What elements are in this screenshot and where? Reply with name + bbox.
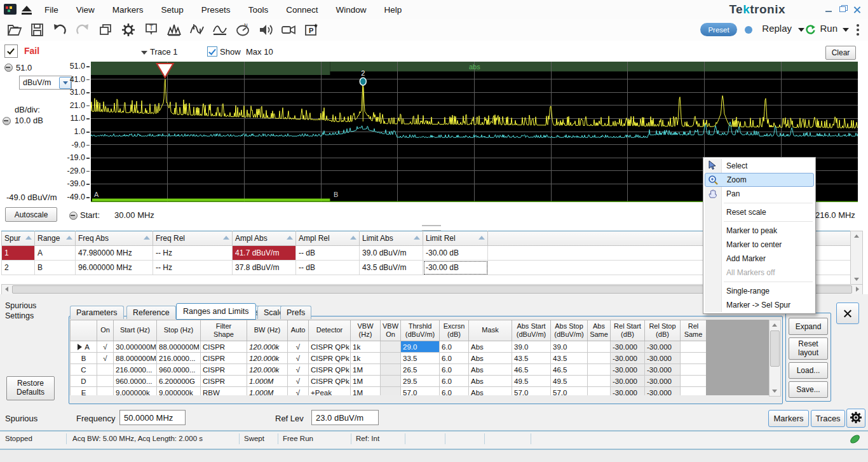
range-cell[interactable]: 1M [351,376,381,387]
reset-layout-button[interactable]: Reset layout [789,337,828,360]
range-cell[interactable]: 30.000000M [114,341,157,353]
selected-range-bar[interactable] [92,199,330,201]
range-cell[interactable]: -30.000 [611,376,645,387]
menu-tools[interactable]: Tools [241,3,276,17]
tab-prefs[interactable]: Prefs [280,306,311,319]
settings-gear-button[interactable] [846,409,865,428]
range-cell[interactable]: CISPR [201,353,247,364]
save-icon[interactable] [28,21,46,39]
range-cell[interactable]: 960.0000... [114,376,157,387]
range-cell[interactable]: 6.0 [440,387,469,396]
range-cell[interactable]: CISPR QPk [309,376,351,387]
sort-ascending-icon[interactable] [144,236,150,240]
range-cell[interactable] [588,364,611,376]
range-cell[interactable] [381,387,401,396]
show-checkbox[interactable] [207,46,217,57]
range-cell[interactable]: 29.5 [401,376,440,387]
preset-p-icon[interactable]: P [302,21,320,39]
ranges-col-header-rel-stop-db-[interactable]: Rel Stop (dB) [645,320,681,341]
limit-trace-icon[interactable] [211,21,229,39]
range-cell[interactable]: 49.5 [551,376,588,387]
spur-col-header-limit-abs[interactable]: Limit Abs [360,231,423,246]
ranges-col-header-on[interactable]: On [97,320,114,341]
range-row-b[interactable]: B√88.000000M216.0000...CISPR120.000k√CIS… [71,353,770,364]
range-cell[interactable]: 6.0 [440,364,469,376]
range-cell[interactable] [97,387,114,396]
eject-icon[interactable] [22,6,32,11]
range-cell[interactable]: Abs [469,341,512,353]
menu-help[interactable]: Help [376,3,409,17]
range-row-selector[interactable]: D [71,376,97,387]
range-cell[interactable]: 120.000k [247,353,288,364]
load-button[interactable]: Load... [789,362,828,379]
range-cell[interactable]: -30.000 [645,341,681,353]
tab-ranges-and-limits[interactable]: Ranges and Limits [176,303,256,320]
ranges-col-header-rel-same[interactable]: Rel Same [681,320,707,341]
sort-ascending-icon[interactable] [66,236,72,240]
spur-cell[interactable]: 2 [2,261,35,275]
range-cell[interactable]: 26.5 [401,364,440,376]
range-cell[interactable]: Abs [469,387,512,396]
range-row-d[interactable]: D960.0000...6.200000GCISPR1.000M√CISPR Q… [71,376,770,387]
range-cell[interactable]: RBW [201,387,247,396]
range-cell[interactable]: √ [288,341,309,353]
spur-cell[interactable]: -- dB [296,261,360,275]
range-cell[interactable]: CISPR [201,376,247,387]
dbdiv-value[interactable]: 10.0 dB [15,116,43,125]
context-menu-item-add-marker[interactable]: Add Marker [705,252,814,266]
tab-parameters[interactable]: Parameters [70,306,124,319]
close-settings-button[interactable] [836,302,859,324]
replay-dropdown-caret[interactable] [798,28,804,32]
menu-view[interactable]: View [69,3,102,17]
range-cell[interactable]: -30.000 [645,387,681,396]
top-scale-knob-icon[interactable] [4,64,13,72]
spur-col-header-spur[interactable]: Spur [2,231,35,246]
range-row-selector[interactable]: B [71,353,97,364]
context-menu-item-select[interactable]: Select [705,159,814,173]
range-cell[interactable]: 29.0 [401,341,440,353]
range-cell[interactable] [681,376,707,387]
video-capture-icon[interactable] [280,21,297,39]
ranges-col-header-mask[interactable]: Mask [469,320,512,341]
range-cell[interactable]: Abs [469,364,512,376]
range-cell[interactable]: 6.0 [440,341,469,353]
range-cell[interactable] [681,387,707,396]
range-cell[interactable] [681,353,707,364]
context-menu-item-reset-scale[interactable]: Reset scale [705,205,814,219]
replay-button[interactable]: Replay [762,23,792,34]
range-cell[interactable]: 6.0 [440,376,469,387]
ranges-col-header-bw-hz-[interactable]: BW (Hz) [247,320,288,341]
sort-ascending-icon[interactable] [25,236,32,240]
marker-2[interactable] [360,78,366,85]
range-cell[interactable] [681,364,707,376]
autoscale-button[interactable]: Autoscale [5,207,57,222]
spur-cell[interactable]: 47.980000 MHz [76,246,153,261]
measurement-enabled-checkbox[interactable] [4,44,18,58]
cascade-windows-icon[interactable] [97,21,114,39]
range-cell[interactable]: √ [97,353,114,364]
range-cell[interactable]: 57.0 [551,387,588,396]
spur-cell[interactable]: -- Hz [153,246,233,261]
range-cell[interactable]: -30.000 [611,364,645,376]
ranges-col-header-excrsn-db-[interactable]: Excrsn (dB) [440,320,469,341]
range-cell[interactable] [381,341,401,353]
range-cell[interactable]: 6.0 [440,353,469,364]
ranges-col-header-start-hz-[interactable]: Start (Hz) [114,320,157,341]
frequency-input[interactable]: 50.0000 MHz [119,410,186,425]
ref-level-input[interactable]: 23.0 dBuV/m [311,410,379,425]
spur-cell[interactable]: B [35,261,76,275]
range-cell[interactable]: CISPR QPk [309,364,351,376]
range-row-selector[interactable]: E [71,387,97,396]
trace-selector[interactable]: Trace 1 [150,47,178,57]
range-cell[interactable]: 39.0 [512,341,551,353]
range-cell[interactable]: -30.000 [611,353,645,364]
range-cell[interactable]: -30.000 [611,341,645,353]
range-cell[interactable]: Abs [469,353,512,364]
start-knob-icon[interactable] [69,212,78,220]
spectrum-icon[interactable] [165,21,183,39]
menu-setup[interactable]: Setup [154,3,191,17]
range-row-selector[interactable]: A [71,341,97,353]
range-cell[interactable]: 1k [351,341,381,353]
range-cell[interactable]: -30.000 [645,353,681,364]
range-cell[interactable]: CISPR QPk [309,341,351,353]
